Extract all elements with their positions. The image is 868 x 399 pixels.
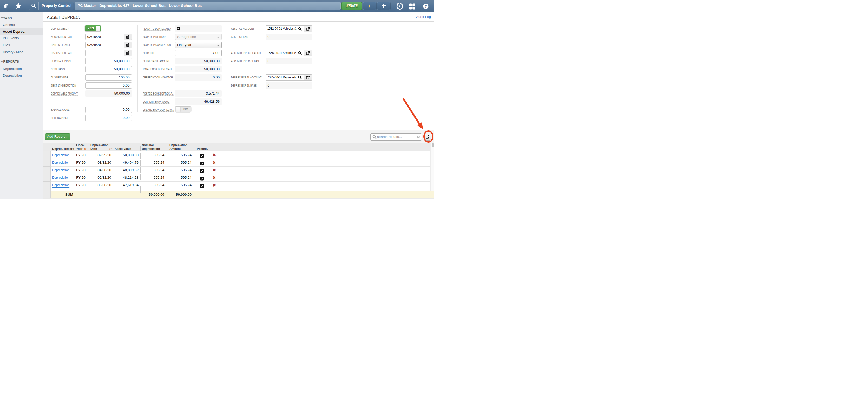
svg-text:?: ?: [424, 4, 427, 8]
